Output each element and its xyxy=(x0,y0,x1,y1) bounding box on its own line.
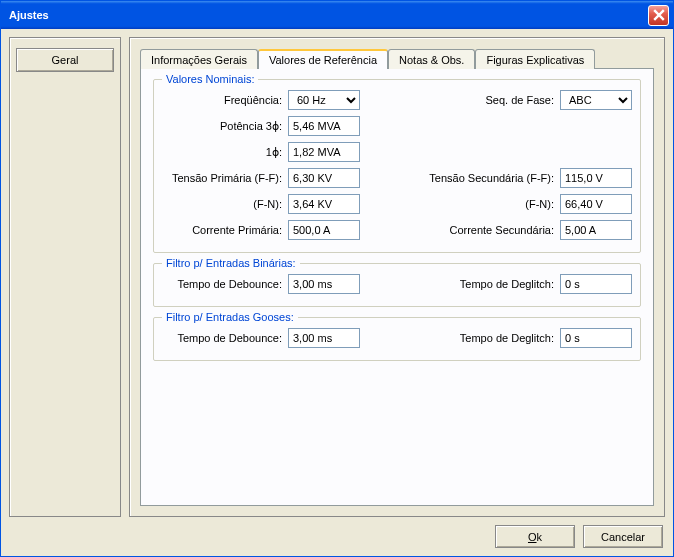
input-potencia-3f[interactable] xyxy=(288,116,360,136)
label-debounce-goose: Tempo de Debounce: xyxy=(162,332,282,344)
label-tensao-secundaria: Tensão Secundária (F-F): xyxy=(366,172,554,184)
cancel-button[interactable]: Cancelar xyxy=(583,525,663,548)
input-deglitch-goose[interactable] xyxy=(560,328,632,348)
label-fn-secundaria: (F-N): xyxy=(366,198,554,210)
label-seq-fase: Seq. de Fase: xyxy=(366,94,554,106)
main-row: Geral Informações Gerais Valores de Refe… xyxy=(9,37,665,517)
sidebar-item-geral[interactable]: Geral xyxy=(16,48,114,72)
input-debounce-goose[interactable] xyxy=(288,328,360,348)
input-tensao-primaria[interactable] xyxy=(288,168,360,188)
dialog-footer: Ok Cancelar xyxy=(9,525,665,548)
ok-button[interactable]: Ok xyxy=(495,525,575,548)
select-frequencia[interactable]: 60 Hz xyxy=(288,90,360,110)
input-deglitch-bin[interactable] xyxy=(560,274,632,294)
titlebar: Ajustes xyxy=(1,1,673,29)
label-deglitch-goose: Tempo de Deglitch: xyxy=(366,332,554,344)
content-panel: Informações Gerais Valores de Referência… xyxy=(129,37,665,517)
label-potencia-3f: Potência 3ɸ: xyxy=(162,120,282,133)
group-filtro-gooses: Filtro p/ Entradas Gooses: Tempo de Debo… xyxy=(153,317,641,361)
label-fn-primaria: (F-N): xyxy=(162,198,282,210)
dialog-body: Geral Informações Gerais Valores de Refe… xyxy=(1,29,673,556)
input-potencia-1f[interactable] xyxy=(288,142,360,162)
label-corrente-primaria: Corrente Primária: xyxy=(162,224,282,236)
tab-strip: Informações Gerais Valores de Referência… xyxy=(140,48,654,68)
tab-informacoes[interactable]: Informações Gerais xyxy=(140,49,258,69)
select-seq-fase[interactable]: ABC xyxy=(560,90,632,110)
label-frequencia: Freqüência: xyxy=(162,94,282,106)
sidebar: Geral xyxy=(9,37,121,517)
group-title-binarias: Filtro p/ Entradas Binárias: xyxy=(162,257,300,269)
input-fn-secundaria[interactable] xyxy=(560,194,632,214)
input-fn-primaria[interactable] xyxy=(288,194,360,214)
tab-figuras[interactable]: Figuras Explicativas xyxy=(475,49,595,69)
tab-valores[interactable]: Valores de Referência xyxy=(258,49,388,69)
dialog-window: Ajustes Geral Informações Gerais Valores… xyxy=(0,0,674,557)
input-tensao-secundaria[interactable] xyxy=(560,168,632,188)
tab-content: Valores Nominais: Freqüência: 60 Hz Seq.… xyxy=(140,68,654,506)
window-title: Ajustes xyxy=(5,9,648,21)
label-debounce-bin: Tempo de Debounce: xyxy=(162,278,282,290)
label-potencia-1f: 1ɸ: xyxy=(162,146,282,159)
input-corrente-secundaria[interactable] xyxy=(560,220,632,240)
label-corrente-secundaria: Corrente Secundária: xyxy=(366,224,554,236)
group-filtro-binarias: Filtro p/ Entradas Binárias: Tempo de De… xyxy=(153,263,641,307)
label-tensao-primaria: Tensão Primária (F-F): xyxy=(162,172,282,184)
group-title-gooses: Filtro p/ Entradas Gooses: xyxy=(162,311,298,323)
tab-notas[interactable]: Notas & Obs. xyxy=(388,49,475,69)
input-corrente-primaria[interactable] xyxy=(288,220,360,240)
close-icon xyxy=(653,9,665,21)
close-button[interactable] xyxy=(648,5,669,26)
group-title-nominais: Valores Nominais: xyxy=(162,73,258,85)
input-debounce-bin[interactable] xyxy=(288,274,360,294)
label-deglitch-bin: Tempo de Deglitch: xyxy=(366,278,554,290)
group-valores-nominais: Valores Nominais: Freqüência: 60 Hz Seq.… xyxy=(153,79,641,253)
